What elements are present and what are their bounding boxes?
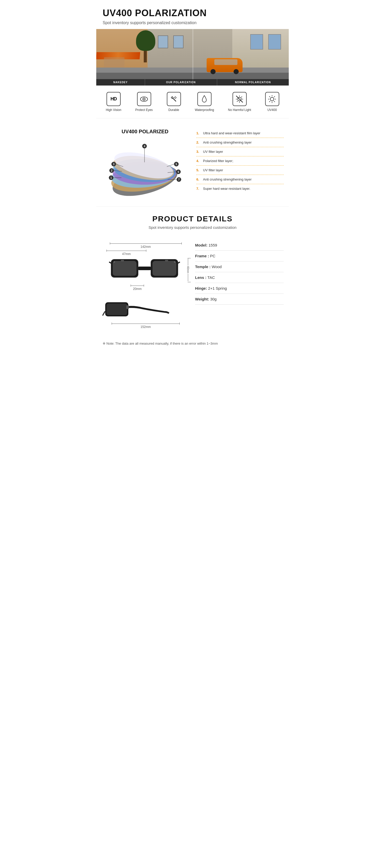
svg-line-57 xyxy=(178,262,180,263)
layer-num-6: 6. xyxy=(196,178,201,181)
svg-point-14 xyxy=(270,97,274,101)
layer-text-4: Polarized filter layer; xyxy=(203,159,233,163)
dim-20mm-label: 20mm xyxy=(131,287,144,291)
svg-rect-64 xyxy=(126,305,129,309)
spec-row-1: Frame : PC xyxy=(195,251,284,261)
dim-20mm-row: 20mm xyxy=(101,284,190,291)
eye-icon-box xyxy=(137,92,151,106)
layer-text-1: Ultra hard and wear-resistant film layer xyxy=(203,131,260,135)
dim-142mm-row: 142mm xyxy=(101,242,190,249)
svg-line-11 xyxy=(241,97,242,97)
nolight-icon xyxy=(235,95,244,103)
hd-icon: HD xyxy=(110,96,117,102)
note-section: ※ Note: The data are all measured manual… xyxy=(96,336,289,350)
drop-icon-box xyxy=(197,92,212,106)
svg-text:1: 1 xyxy=(110,177,112,179)
icons-section: HD High Vision Protect Eyes Durable xyxy=(96,86,289,118)
spec-val-4: 2+1 Spring xyxy=(208,286,227,290)
header-subtitle: Spot inventory supports personalized cus… xyxy=(103,21,282,25)
svg-point-58 xyxy=(114,261,115,263)
layer-text-2: Anti crushing strengthening layer xyxy=(203,141,252,144)
product-info-area: 142mm 47mm xyxy=(101,237,284,329)
polarized-layer-3: 3.UV filter layer xyxy=(196,147,284,156)
svg-text:4: 4 xyxy=(144,145,145,148)
svg-rect-52 xyxy=(113,261,136,276)
icon-label-uv400: UV400 xyxy=(267,108,277,112)
svg-line-56 xyxy=(109,262,111,263)
icon-label-hd: High Vision xyxy=(106,108,121,112)
dim-47mm-label: 47mm xyxy=(106,252,146,256)
glasses-diagram-area: 142mm 47mm xyxy=(101,237,190,329)
dim-40mm-vertical: 40mm xyxy=(187,258,189,281)
uv400-starburst-icon xyxy=(268,95,276,103)
spec-row-0: Model: 1559 xyxy=(195,240,284,251)
icon-label-durable: Durable xyxy=(168,108,179,112)
product-details-section: PRODUCT DETAILS Spot inventory supports … xyxy=(96,207,289,336)
svg-rect-63 xyxy=(106,304,127,315)
svg-line-20 xyxy=(274,101,275,102)
glasses-side-svg xyxy=(101,297,173,320)
svg-text:7: 7 xyxy=(178,178,180,181)
svg-rect-60 xyxy=(121,260,124,261)
svg-text:3: 3 xyxy=(113,163,115,166)
icon-uv400: UV400 xyxy=(265,92,279,112)
layer-num-3: 3. xyxy=(196,150,201,154)
glasses-front-svg xyxy=(108,257,181,282)
polarized-layer-5: 5.UV filter layer xyxy=(196,166,284,175)
hd-icon-box: HD xyxy=(106,92,121,106)
dim-142mm-label: 142mm xyxy=(101,245,190,249)
dim-152mm-row: 152mm xyxy=(101,322,190,329)
icon-protect-eyes: Protect Eyes xyxy=(135,92,153,112)
layer-text-6: Anti crushing strengthening layer xyxy=(203,178,252,181)
layer-num-5: 5. xyxy=(196,168,201,172)
lens-layers-diagram: 4 3 5 2 6 1 xyxy=(106,140,184,196)
spec-val-1: PC xyxy=(210,254,215,258)
svg-rect-54 xyxy=(153,261,176,276)
product-details-title: PRODUCT DETAILS xyxy=(101,214,284,223)
hero-image: NAKEDEY OUR POLARIZATION NORMAL POLARIZA… xyxy=(96,29,289,86)
svg-line-21 xyxy=(274,96,275,97)
glasses-side-view-container xyxy=(101,297,190,321)
icon-label-waterproofing: Waterproofing xyxy=(195,108,214,112)
layer-text-3: UV filter layer xyxy=(203,150,223,154)
layer-text-5: UV filter layer xyxy=(203,168,223,172)
polarized-layer-6: 6.Anti crushing strengthening layer xyxy=(196,175,284,184)
glasses-front-view-container: 40mm xyxy=(108,257,183,283)
spec-row-4: Hinge: 2+1 Spring xyxy=(195,283,284,294)
svg-point-2 xyxy=(143,99,145,100)
spec-key-2: Temple : xyxy=(195,265,211,269)
polarized-section: UV400 POLARIZED xyxy=(96,118,289,207)
hero-label-left: NAKEDEY xyxy=(96,79,145,86)
svg-text:6: 6 xyxy=(178,170,179,173)
svg-text:2: 2 xyxy=(111,169,113,172)
drop-icon xyxy=(201,95,208,103)
eye-icon xyxy=(140,96,148,102)
polarized-layer-7: 7.Super hard wear-resistant layer. xyxy=(196,184,284,193)
polarized-title: UV400 POLARIZED xyxy=(101,129,189,134)
uv400-icon-box xyxy=(265,92,279,106)
spec-key-0: Model: xyxy=(195,243,207,247)
header-section: UV400 POLARIZATION Spot inventory suppor… xyxy=(96,0,289,29)
polarized-layer-4: 4.Polarized filter layer; xyxy=(196,156,284,166)
main-title: UV400 POLARIZATION xyxy=(103,8,282,19)
layer-num-4: 4. xyxy=(196,159,201,163)
spec-val-3: TAC xyxy=(207,275,215,280)
svg-rect-61 xyxy=(165,260,168,261)
layer-num-1: 1. xyxy=(196,131,201,135)
dim-40mm-label: 40mm xyxy=(187,266,189,274)
lens-fan-svg: 4 3 5 2 6 1 xyxy=(106,140,184,196)
icon-label-no-harmful-light: No Harmful Light xyxy=(228,108,251,112)
nolight-icon-box xyxy=(232,92,247,106)
wrench-icon xyxy=(170,96,178,103)
icon-no-harmful-light: No Harmful Light xyxy=(228,92,251,112)
note-text: ※ Note: The data are all measured manual… xyxy=(103,342,282,345)
polarized-layer-1: 1.Ultra hard and wear-resistant film lay… xyxy=(196,129,284,138)
spec-val-5: 30g xyxy=(210,297,217,301)
polarized-specs-list: 1.Ultra hard and wear-resistant film lay… xyxy=(194,129,284,193)
spec-key-1: Frame : xyxy=(195,254,209,258)
icon-high-vision: HD High Vision xyxy=(106,92,121,112)
spec-val-0: 1559 xyxy=(209,243,217,247)
svg-line-22 xyxy=(269,101,270,102)
svg-text:5: 5 xyxy=(175,163,177,166)
hero-label-right: NORMAL POLARIZATION xyxy=(217,79,289,86)
